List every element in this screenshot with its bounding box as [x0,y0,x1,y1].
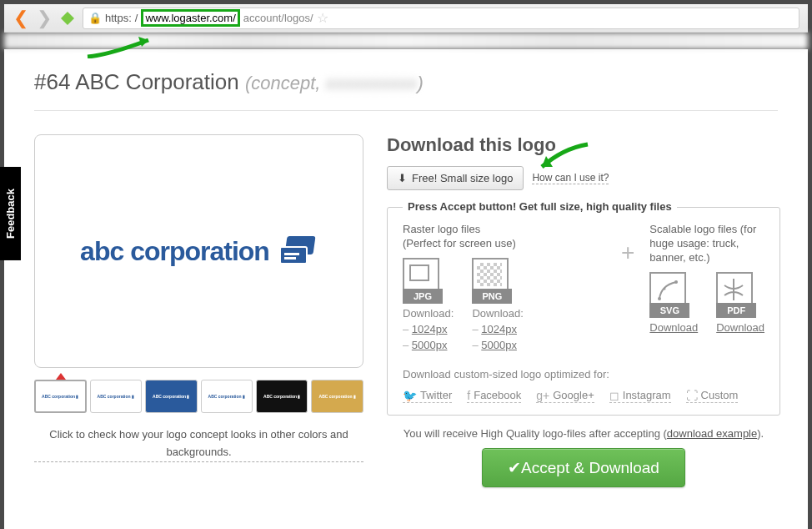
color-thumbnails: ABC corporation ▮ ABC corporation ▮ ABC … [34,380,363,413]
scalable-heading: Scalable logo files (for huge usage: tru… [649,223,764,265]
site-favicon [59,10,76,27]
back-button[interactable]: ❮ [13,10,29,27]
feedback-tab[interactable]: Feedback [0,167,21,260]
svg-point-3 [674,280,678,284]
google-link[interactable]: g+Google+ [536,389,594,403]
jpg-download-label: Download: [403,307,454,320]
jpg-5000-link[interactable]: 5000px [412,339,448,351]
svg-download-link[interactable]: Download [649,321,698,334]
instagram-icon: ◻ [609,389,619,402]
lock-icon: 🔒 [88,12,102,24]
svg-file-icon: SVG [649,272,691,318]
custom-link[interactable]: ⛶Custom [686,389,739,403]
url-protocol: https: [105,12,132,24]
url-host: www.logaster.com/ [141,9,239,27]
download-icon: ⬇ [398,172,407,184]
download-heading: Download this logo [387,134,780,156]
divider [34,110,778,111]
forward-button[interactable]: ❯ [36,10,53,27]
logo-preview[interactable]: abc corporation [34,134,363,368]
google-icon: g+ [536,389,549,402]
download-example-link[interactable]: download example [667,427,757,440]
twitter-icon: 🐦 [403,389,417,402]
facebook-icon: f [467,389,470,402]
logo-image: abc corporation [80,236,318,267]
logo-name: ABC Corporation [75,69,239,94]
png-file-icon: PNG [472,258,514,304]
page-content: #64 ABC Corporation (concept, xxxxxxxxxx… [4,49,808,529]
pdf-file-icon: PDF [716,272,758,318]
bookmarks-bar [4,33,808,49]
filebox-title: Press Accept button! Get full size, high… [403,200,677,213]
thumb-variant-2[interactable]: ABC corporation ▮ [90,380,142,413]
pdf-download-link[interactable]: Download [716,321,764,334]
jpg-1024-link[interactable]: 1024px [412,323,448,335]
browser-toolbar: ❮ ❯ 🔒 https: /www.logaster.com/account/l… [4,4,808,33]
thumb-variant-6[interactable]: ABC corporation ▮ [311,380,363,413]
file-formats-box: Press Accept button! Get full size, high… [387,207,780,416]
facebook-link[interactable]: fFacebook [467,389,521,403]
plus-icon: + [621,239,634,266]
check-icon: ✔ [508,459,521,476]
twitter-link[interactable]: 🐦Twitter [403,389,452,403]
thumb-variant-4[interactable]: ABC corporation ▮ [201,380,253,413]
png-1024-link[interactable]: 1024px [481,323,517,335]
thumb-variant-5[interactable]: ABC corporation ▮ [256,380,308,413]
svg-point-4 [664,287,666,290]
accept-note: You will receive High Quality logo-files… [387,427,780,440]
logo-id: #64 [34,69,70,94]
selected-pointer-icon [56,373,66,380]
svg-point-2 [658,297,661,300]
custom-size-heading: Download custom-sized logo optimized for… [403,368,764,380]
bookmark-star-icon[interactable]: ☆ [317,10,328,26]
jpg-file-icon: JPG [403,258,444,304]
accept-download-button[interactable]: ✔Accept & Download [482,448,685,487]
thumb-variant-1[interactable]: ABC corporation ▮ [34,380,87,413]
page-title: #64 ABC Corporation (concept, xxxxxxxxxx… [34,69,778,95]
raster-heading: Raster logo files(Perfect for screen use… [403,223,611,251]
url-path: account/logos/ [243,12,313,24]
address-bar[interactable]: 🔒 https: /www.logaster.com/account/logos… [83,8,799,29]
instagram-link[interactable]: ◻Instagram [609,389,671,403]
other-colors-link[interactable]: Click to check how your logo concept loo… [34,426,363,462]
png-download-label: Download: [472,307,523,320]
free-download-button[interactable]: ⬇ Free! Small size logo [387,166,524,190]
url-pre: / [135,12,138,24]
png-5000-link[interactable]: 5000px [481,339,517,351]
custom-icon: ⛶ [686,389,698,402]
thumb-variant-3[interactable]: ABC corporation ▮ [145,380,197,413]
how-use-link[interactable]: How can I use it? [532,172,609,184]
